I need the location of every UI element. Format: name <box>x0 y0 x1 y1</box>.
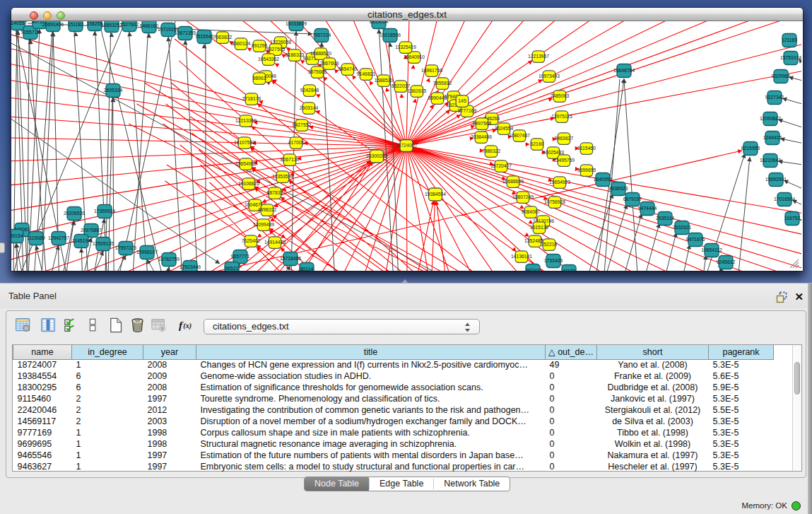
svg-text:12942757: 12942757 <box>48 235 69 240</box>
svg-text:12975115: 12975115 <box>551 114 572 119</box>
svg-text:15720407: 15720407 <box>490 163 512 168</box>
svg-text:3624554: 3624554 <box>495 126 514 131</box>
svg-text:10756928: 10756928 <box>544 199 565 204</box>
svg-text:16648784: 16648784 <box>613 68 635 73</box>
svg-text:12213967: 12213967 <box>528 54 549 59</box>
svg-text:12923446: 12923446 <box>180 264 201 269</box>
svg-text:8186323: 8186323 <box>286 52 305 57</box>
svg-text:12505135: 12505135 <box>93 241 114 246</box>
svg-text:1733426: 1733426 <box>544 258 563 263</box>
svg-text:96521: 96521 <box>225 266 239 271</box>
svg-text:10807487: 10807487 <box>509 133 530 138</box>
svg-text:8267130: 8267130 <box>281 157 300 162</box>
svg-text:17016504: 17016504 <box>774 197 795 201</box>
svg-text:2867608: 2867608 <box>320 61 339 66</box>
svg-text:19218506: 19218506 <box>379 33 401 37</box>
svg-text:8215955: 8215955 <box>741 146 760 151</box>
svg-text:7955812: 7955812 <box>433 81 452 86</box>
svg-text:7625402: 7625402 <box>242 238 261 243</box>
svg-text:7986322: 7986322 <box>482 148 501 153</box>
svg-text:98961: 98961 <box>253 76 266 81</box>
svg-text:10654112: 10654112 <box>701 247 722 252</box>
svg-text:16640910: 16640910 <box>404 54 425 59</box>
svg-text:19106825: 19106825 <box>238 181 259 186</box>
svg-text:417006: 417006 <box>288 140 305 145</box>
svg-text:1240557: 1240557 <box>11 21 27 25</box>
svg-text:8660124: 8660124 <box>232 41 251 46</box>
svg-text:12093822: 12093822 <box>760 116 781 121</box>
svg-text:8322037: 8322037 <box>392 83 411 88</box>
svg-text:7957224: 7957224 <box>312 33 331 37</box>
svg-text:887833: 887833 <box>267 190 283 195</box>
svg-text:116753: 116753 <box>784 216 800 221</box>
svg-text:2718176: 2718176 <box>242 96 261 101</box>
svg-text:10671355: 10671355 <box>175 30 196 35</box>
svg-text:20364486: 20364486 <box>471 134 492 139</box>
svg-text:1244415: 1244415 <box>763 135 782 140</box>
svg-text:9245612: 9245612 <box>717 259 736 264</box>
svg-text:90241: 90241 <box>526 268 540 271</box>
svg-text:15692901: 15692901 <box>765 177 787 182</box>
svg-text:10973493: 10973493 <box>539 74 560 78</box>
svg-text:41172: 41172 <box>563 269 576 271</box>
svg-text:9146821: 9146821 <box>357 71 376 76</box>
svg-text:252214: 252214 <box>541 242 558 247</box>
svg-text:6466160: 6466160 <box>140 23 159 28</box>
svg-text:9657771: 9657771 <box>231 254 250 259</box>
svg-text:11325419: 11325419 <box>395 45 416 49</box>
svg-text:1362615: 1362615 <box>408 88 427 93</box>
svg-text:18807249: 18807249 <box>512 194 534 199</box>
svg-text:4498222: 4498222 <box>258 207 277 212</box>
svg-text:(x): (x) <box>183 322 192 330</box>
svg-text:8454749: 8454749 <box>339 66 358 71</box>
svg-text:891295: 891295 <box>252 43 268 48</box>
svg-text:7515546: 7515546 <box>195 34 214 39</box>
svg-text:10688609: 10688609 <box>502 179 524 184</box>
svg-text:16210643: 16210643 <box>760 158 781 163</box>
svg-text:9463627: 9463627 <box>555 136 574 141</box>
svg-text:9084067: 9084067 <box>522 209 541 214</box>
svg-text:14914479: 14914479 <box>264 240 286 245</box>
svg-text:18724007: 18724007 <box>395 143 417 148</box>
svg-text:15718485: 15718485 <box>280 256 301 261</box>
svg-text:15751074: 15751074 <box>780 55 801 60</box>
svg-text:16107553: 16107553 <box>234 140 255 145</box>
svg-text:1145194: 1145194 <box>72 238 90 243</box>
svg-text:16033809: 16033809 <box>286 21 307 26</box>
svg-text:8938923: 8938923 <box>609 186 628 191</box>
svg-text:20691406: 20691406 <box>42 22 64 27</box>
svg-text:10853257: 10853257 <box>101 23 122 28</box>
svg-text:121183: 121183 <box>782 37 797 42</box>
svg-text:14136141: 14136141 <box>511 254 532 259</box>
svg-text:25300203: 25300203 <box>366 153 387 158</box>
svg-text:7663822: 7663822 <box>213 35 233 40</box>
svg-text:62160: 62160 <box>531 141 544 146</box>
svg-text:16961758: 16961758 <box>421 68 442 73</box>
svg-text:39154: 39154 <box>11 233 23 238</box>
svg-text:7485063: 7485063 <box>551 93 570 98</box>
svg-text:1115689: 1115689 <box>27 235 45 240</box>
svg-text:12099489: 12099489 <box>253 222 274 227</box>
svg-text:17359924: 17359924 <box>94 209 115 214</box>
svg-text:7632621: 7632621 <box>673 225 692 230</box>
svg-text:9242848: 9242848 <box>300 88 319 93</box>
svg-text:19384554: 19384554 <box>425 192 446 197</box>
svg-text:17957225: 17957225 <box>115 245 136 250</box>
svg-text:12353594: 12353594 <box>272 174 293 179</box>
svg-text:16543362: 16543362 <box>258 57 279 62</box>
svg-text:20206526: 20206526 <box>64 211 85 216</box>
svg-text:19654923: 19654923 <box>549 180 570 185</box>
svg-text:8427552: 8427552 <box>293 122 312 127</box>
svg-text:9115460: 9115460 <box>577 146 596 151</box>
svg-text:2603144: 2603144 <box>300 105 319 110</box>
svg-text:9227342: 9227342 <box>765 95 784 100</box>
svg-text:1527602: 1527602 <box>120 22 139 27</box>
svg-text:8813054: 8813054 <box>370 21 389 24</box>
svg-text:1615132: 1615132 <box>530 225 549 230</box>
svg-text:16782759: 16782759 <box>158 257 180 262</box>
svg-text:8471676: 8471676 <box>686 237 705 242</box>
svg-text:1588520: 1588520 <box>375 78 394 83</box>
svg-text:9329966: 9329966 <box>772 74 791 78</box>
svg-text:19654982: 19654982 <box>235 161 257 166</box>
svg-text:9777169: 9777169 <box>458 108 477 113</box>
